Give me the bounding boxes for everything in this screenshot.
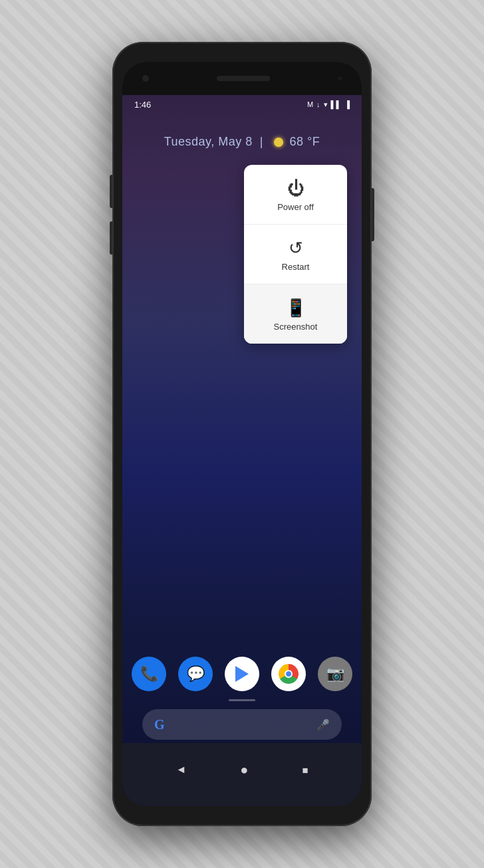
dock-divider (229, 699, 255, 701)
search-bar[interactable]: G 🎤 (142, 709, 342, 740)
download-icon: ↓ (316, 100, 320, 108)
screenshot-label: Screenshot (274, 322, 318, 332)
power-menu: ⏻ Power off ↺ Restart 📱 Screenshot (244, 165, 347, 344)
camera-app-icon[interactable]: 📷 (318, 657, 352, 691)
status-icons: M ↓ ▾ ▌▌ ▐ (307, 100, 350, 109)
dock-area: 📞 💬 📷 (122, 657, 362, 740)
power-off-button[interactable]: ⏻ Power off (244, 165, 347, 225)
power-off-icon: ⏻ (287, 179, 304, 197)
phone-shell: 1:46 M ↓ ▾ ▌▌ ▐ Tuesday, May 8 | 68 °F (112, 42, 372, 826)
restart-label: Restart (282, 262, 310, 272)
wifi-icon: ▾ (324, 100, 328, 109)
back-button[interactable] (171, 758, 192, 781)
google-logo: G (154, 717, 165, 732)
play-triangle (235, 666, 249, 682)
page-background: 1:46 M ↓ ▾ ▌▌ ▐ Tuesday, May 8 | 68 °F (0, 0, 484, 868)
messages-app-icon[interactable]: 💬 (178, 657, 213, 691)
front-camera (142, 75, 149, 82)
weather-icon (274, 138, 283, 147)
screenshot-button[interactable]: 📱 Screenshot (244, 284, 347, 344)
status-time: 1:46 (134, 100, 151, 110)
mic-icon[interactable]: 🎤 (316, 718, 330, 731)
phone-screen: 1:46 M ↓ ▾ ▌▌ ▐ Tuesday, May 8 | 68 °F (122, 62, 362, 806)
signal-icon: ▌▌ (331, 100, 342, 108)
recents-button[interactable] (297, 759, 313, 781)
chrome-app-icon[interactable] (271, 657, 306, 691)
sensor (338, 76, 342, 80)
phone-app-icon[interactable]: 📞 (132, 657, 166, 691)
speaker-grille (217, 76, 270, 81)
screenshot-icon: 📱 (285, 299, 306, 316)
battery-icon: ▐ (344, 100, 350, 108)
chrome-circle (279, 664, 299, 684)
gmail-icon: M (307, 100, 313, 108)
restart-icon: ↺ (289, 239, 303, 257)
date-widget: Tuesday, May 8 | 68 °F (122, 135, 362, 149)
date-text: Tuesday, May 8 | (164, 135, 267, 149)
restart-button[interactable]: ↺ Restart (244, 225, 347, 284)
nav-bar (122, 743, 362, 806)
play-store-icon[interactable] (225, 657, 259, 691)
temperature-text: 68 °F (290, 135, 320, 149)
app-row: 📞 💬 📷 (132, 657, 352, 691)
phone-top-bar (122, 62, 362, 95)
power-off-label: Power off (277, 202, 314, 212)
chrome-inner (285, 670, 293, 678)
status-bar: 1:46 M ↓ ▾ ▌▌ ▐ (122, 95, 362, 114)
home-button[interactable] (235, 757, 253, 783)
